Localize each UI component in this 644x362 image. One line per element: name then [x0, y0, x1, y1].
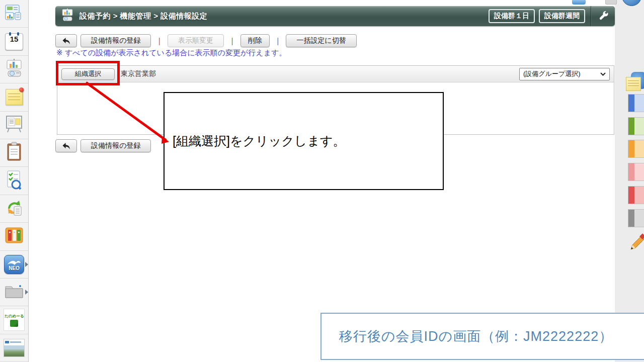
calendar-day: 15: [6, 34, 23, 44]
info-note-icon[interactable]: [626, 72, 644, 93]
tanomail-mascot-icon: [10, 320, 18, 327]
right-icon-strip: [615, 0, 644, 362]
sidebar-item-bulletin[interactable]: [0, 112, 28, 139]
folder-icon: [4, 283, 25, 302]
back-arrow-icon: [62, 37, 70, 45]
toolbar-separator: ｜: [155, 36, 163, 46]
chevron-down-icon: [600, 72, 606, 76]
sidebar-item-memo[interactable]: [0, 83, 28, 111]
sidebar-item-portal[interactable]: [0, 0, 28, 28]
highlight-rectangle: [56, 61, 120, 85]
expand-arrow-icon[interactable]: [25, 290, 28, 295]
wrench-icon: [598, 11, 609, 22]
page-title: 設備予約 > 機能管理 > 設備情報設定: [79, 12, 207, 21]
portal-icon: [4, 4, 24, 23]
instruction-callout: [組織選択]をクリックします。: [164, 92, 444, 190]
bulk-setting-button[interactable]: 一括設定に切替: [286, 34, 356, 47]
binder-icon: [4, 226, 24, 246]
color-label-pink[interactable]: [628, 163, 644, 181]
tanomail-icon: たのめーる: [4, 309, 25, 331]
top-toolbar: 設備情報の登録 ｜ 表示順変更 ｜ 削除 ｜ 一括設定に切替: [55, 34, 357, 47]
facility-group-select[interactable]: (設備グループ選択): [519, 68, 610, 80]
bulletin-board-icon: [4, 115, 24, 136]
sidebar-item-facility[interactable]: [0, 56, 28, 83]
facility-group-week-button[interactable]: 設備群週間: [539, 9, 585, 23]
sidebar-item-todo[interactable]: [0, 139, 28, 167]
sidebar-item-tanomail[interactable]: たのめーる: [0, 306, 28, 334]
color-label-orange[interactable]: [628, 140, 644, 158]
calendar-icon: 15: [5, 33, 23, 50]
color-label-green[interactable]: [628, 117, 644, 135]
toolbar-separator: ｜: [228, 36, 236, 46]
facility-group-select-value: (設備グループ選択): [523, 69, 581, 78]
app-header-bar: 設備予約 > 機能管理 > 設備情報設定 設備群１日 設備群週間: [55, 6, 615, 26]
neo-label: NEO: [9, 266, 20, 271]
cropped-top-icon: [572, 0, 586, 5]
facility-group-day-button[interactable]: 設備群１日: [489, 9, 535, 23]
back-button[interactable]: [55, 139, 77, 152]
reorder-note: ※ すべての設備が表示されている場合に表示順の変更が行えます。: [56, 48, 286, 58]
pencil-icon[interactable]: [629, 232, 644, 253]
clipboard-icon: [5, 142, 23, 164]
photo-ad-icon: [4, 339, 25, 357]
facility-icon: [60, 8, 74, 24]
survey-icon: [4, 170, 24, 192]
back-button[interactable]: [55, 34, 77, 47]
pin-icon: [19, 87, 24, 92]
expand-arrow-icon[interactable]: [25, 262, 28, 267]
reorder-button[interactable]: 表示順変更: [168, 34, 224, 47]
panel-header-row: 組織選択 東京営業部 (設備グループ選択): [57, 66, 614, 82]
back-arrow-icon: [62, 142, 70, 150]
memo-note-icon: [6, 89, 23, 105]
color-label-red[interactable]: [628, 186, 644, 204]
sidebar-item-survey[interactable]: [0, 167, 28, 195]
register-facility-button-bottom[interactable]: 設備情報の登録: [80, 139, 151, 152]
color-label-gray[interactable]: [628, 209, 644, 227]
sidebar-item-schedule[interactable]: 15: [0, 28, 28, 55]
slide-caption-box: 移行後の会員IDの画面（例：JM2222222）: [320, 313, 644, 360]
delete-button[interactable]: 削除: [240, 34, 270, 47]
register-facility-button[interactable]: 設備情報の登録: [80, 34, 151, 47]
sidebar-item-folder[interactable]: [0, 279, 28, 306]
sidebar-item-binder[interactable]: [0, 223, 28, 250]
cropped-top-button: [605, 0, 617, 5]
sidebar-item-photo-ad[interactable]: [0, 334, 28, 362]
toolbar-separator: ｜: [274, 36, 282, 46]
tanomail-label: たのめーる: [5, 313, 24, 318]
sidebar-item-circulation[interactable]: [0, 195, 28, 223]
bottom-toolbar: 設備情報の登録: [55, 139, 151, 152]
color-label-blue[interactable]: [628, 94, 644, 112]
selected-org-name: 東京営業部: [121, 69, 156, 78]
instruction-text: [組織選択]をクリックします。: [173, 133, 346, 149]
circulation-icon: [4, 198, 24, 220]
settings-wrench-button[interactable]: [592, 6, 615, 26]
slide-caption-text: 移行後の会員IDの画面（例：JM2222222）: [339, 327, 613, 345]
neo-icon: NEO: [4, 255, 24, 274]
facility-icon: [4, 59, 24, 80]
sidebar-item-neo[interactable]: NEO: [0, 251, 28, 279]
app-sidebar: 15: [0, 0, 29, 362]
